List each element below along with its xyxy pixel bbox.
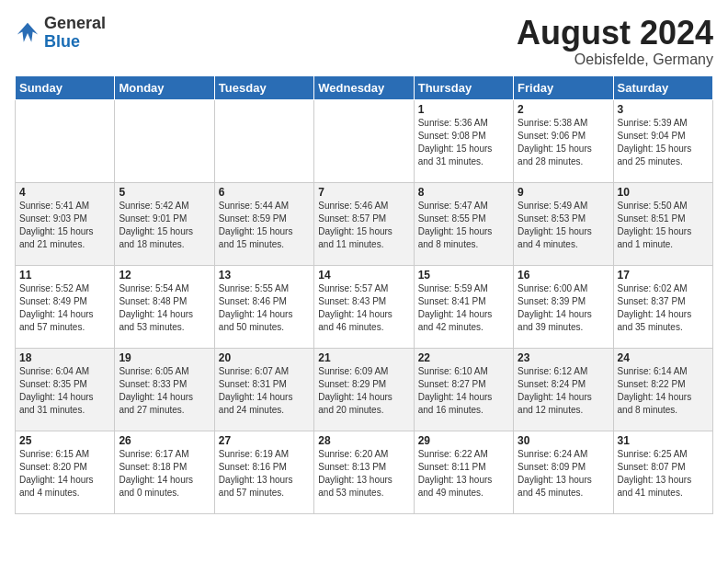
day-info: Sunrise: 5:42 AM Sunset: 9:01 PM Dayligh… xyxy=(119,200,210,251)
calendar-cell: 18Sunrise: 6:04 AM Sunset: 8:35 PM Dayli… xyxy=(16,348,115,431)
day-number: 29 xyxy=(418,434,509,447)
day-number: 5 xyxy=(119,186,210,199)
calendar-cell xyxy=(115,99,214,182)
calendar-cell: 28Sunrise: 6:20 AM Sunset: 8:13 PM Dayli… xyxy=(314,431,414,513)
day-info: Sunrise: 6:25 AM Sunset: 8:07 PM Dayligh… xyxy=(618,448,709,500)
calendar-cell: 8Sunrise: 5:47 AM Sunset: 8:55 PM Daylig… xyxy=(414,182,513,265)
calendar-cell: 13Sunrise: 5:55 AM Sunset: 8:46 PM Dayli… xyxy=(214,265,313,348)
day-info: Sunrise: 6:00 AM Sunset: 8:39 PM Dayligh… xyxy=(518,282,609,334)
calendar-cell: 7Sunrise: 5:46 AM Sunset: 8:57 PM Daylig… xyxy=(314,182,414,265)
logo-general: General xyxy=(44,15,106,33)
day-number: 16 xyxy=(518,269,609,282)
calendar-cell xyxy=(214,99,313,182)
day-info: Sunrise: 6:14 AM Sunset: 8:22 PM Dayligh… xyxy=(618,365,709,417)
page-header: General Blue August 2024 Oebisfelde, Ger… xyxy=(15,15,713,68)
calendar-cell: 26Sunrise: 6:17 AM Sunset: 8:18 PM Dayli… xyxy=(115,431,214,513)
day-number: 2 xyxy=(518,103,609,116)
day-info: Sunrise: 5:55 AM Sunset: 8:46 PM Dayligh… xyxy=(219,282,310,334)
calendar-table: SundayMondayTuesdayWednesdayThursdayFrid… xyxy=(15,75,713,514)
calendar-cell: 10Sunrise: 5:50 AM Sunset: 8:51 PM Dayli… xyxy=(613,182,712,265)
calendar-cell: 16Sunrise: 6:00 AM Sunset: 8:39 PM Dayli… xyxy=(514,265,613,348)
day-number: 10 xyxy=(618,186,709,199)
calendar-cell: 11Sunrise: 5:52 AM Sunset: 8:49 PM Dayli… xyxy=(16,265,115,348)
calendar-cell: 30Sunrise: 6:24 AM Sunset: 8:09 PM Dayli… xyxy=(514,431,613,513)
day-info: Sunrise: 5:41 AM Sunset: 9:03 PM Dayligh… xyxy=(19,200,110,251)
svg-marker-0 xyxy=(17,23,38,42)
day-number: 11 xyxy=(19,269,110,282)
calendar-cell: 24Sunrise: 6:14 AM Sunset: 8:22 PM Dayli… xyxy=(613,348,712,431)
day-info: Sunrise: 6:09 AM Sunset: 8:29 PM Dayligh… xyxy=(318,365,409,417)
calendar-cell: 4Sunrise: 5:41 AM Sunset: 9:03 PM Daylig… xyxy=(16,182,115,265)
day-number: 23 xyxy=(518,351,609,364)
day-number: 14 xyxy=(318,269,409,282)
day-info: Sunrise: 6:05 AM Sunset: 8:33 PM Dayligh… xyxy=(119,365,210,417)
day-number: 8 xyxy=(418,186,509,199)
calendar-week-row: 4Sunrise: 5:41 AM Sunset: 9:03 PM Daylig… xyxy=(16,182,713,265)
day-number: 4 xyxy=(19,186,110,199)
calendar-cell: 31Sunrise: 6:25 AM Sunset: 8:07 PM Dayli… xyxy=(613,431,712,513)
day-number: 30 xyxy=(518,434,609,447)
calendar-cell: 23Sunrise: 6:12 AM Sunset: 8:24 PM Dayli… xyxy=(514,348,613,431)
day-number: 21 xyxy=(318,351,409,364)
calendar-cell: 15Sunrise: 5:59 AM Sunset: 8:41 PM Dayli… xyxy=(414,265,513,348)
day-info: Sunrise: 5:44 AM Sunset: 8:59 PM Dayligh… xyxy=(219,200,310,251)
logo-blue: Blue xyxy=(44,33,106,52)
calendar-cell xyxy=(16,99,115,182)
day-number: 1 xyxy=(418,103,509,116)
calendar-week-row: 1Sunrise: 5:36 AM Sunset: 9:08 PM Daylig… xyxy=(16,99,713,182)
calendar-cell xyxy=(314,99,414,182)
day-info: Sunrise: 5:36 AM Sunset: 9:08 PM Dayligh… xyxy=(418,117,509,168)
weekday-header-thursday: Thursday xyxy=(414,75,513,99)
day-number: 27 xyxy=(219,434,310,447)
logo-icon xyxy=(15,20,40,46)
day-number: 18 xyxy=(19,351,110,364)
day-info: Sunrise: 5:59 AM Sunset: 8:41 PM Dayligh… xyxy=(418,282,509,334)
calendar-cell: 20Sunrise: 6:07 AM Sunset: 8:31 PM Dayli… xyxy=(214,348,313,431)
calendar-cell: 27Sunrise: 6:19 AM Sunset: 8:16 PM Dayli… xyxy=(214,431,313,513)
calendar-cell: 19Sunrise: 6:05 AM Sunset: 8:33 PM Dayli… xyxy=(115,348,214,431)
day-info: Sunrise: 5:38 AM Sunset: 9:06 PM Dayligh… xyxy=(518,117,609,168)
day-number: 22 xyxy=(418,351,509,364)
calendar-cell: 17Sunrise: 6:02 AM Sunset: 8:37 PM Dayli… xyxy=(613,265,712,348)
day-number: 24 xyxy=(618,351,709,364)
day-info: Sunrise: 6:04 AM Sunset: 8:35 PM Dayligh… xyxy=(19,365,110,417)
day-info: Sunrise: 6:17 AM Sunset: 8:18 PM Dayligh… xyxy=(119,448,210,500)
calendar-cell: 12Sunrise: 5:54 AM Sunset: 8:48 PM Dayli… xyxy=(115,265,214,348)
day-info: Sunrise: 6:12 AM Sunset: 8:24 PM Dayligh… xyxy=(518,365,609,417)
day-number: 13 xyxy=(219,269,310,282)
calendar-week-row: 11Sunrise: 5:52 AM Sunset: 8:49 PM Dayli… xyxy=(16,265,713,348)
day-info: Sunrise: 6:20 AM Sunset: 8:13 PM Dayligh… xyxy=(318,448,409,500)
day-info: Sunrise: 5:50 AM Sunset: 8:51 PM Dayligh… xyxy=(618,200,709,251)
day-info: Sunrise: 5:47 AM Sunset: 8:55 PM Dayligh… xyxy=(418,200,509,251)
logo: General Blue xyxy=(15,15,106,52)
calendar-cell: 29Sunrise: 6:22 AM Sunset: 8:11 PM Dayli… xyxy=(414,431,513,513)
weekday-header-tuesday: Tuesday xyxy=(214,75,313,99)
calendar-cell: 1Sunrise: 5:36 AM Sunset: 9:08 PM Daylig… xyxy=(414,99,513,182)
day-number: 9 xyxy=(518,186,609,199)
day-number: 20 xyxy=(219,351,310,364)
calendar-cell: 25Sunrise: 6:15 AM Sunset: 8:20 PM Dayli… xyxy=(16,431,115,513)
day-number: 31 xyxy=(618,434,709,447)
day-info: Sunrise: 6:07 AM Sunset: 8:31 PM Dayligh… xyxy=(219,365,310,417)
logo-text: General Blue xyxy=(44,15,106,52)
day-info: Sunrise: 6:15 AM Sunset: 8:20 PM Dayligh… xyxy=(19,448,110,500)
calendar-cell: 3Sunrise: 5:39 AM Sunset: 9:04 PM Daylig… xyxy=(613,99,712,182)
calendar-cell: 5Sunrise: 5:42 AM Sunset: 9:01 PM Daylig… xyxy=(115,182,214,265)
day-info: Sunrise: 6:10 AM Sunset: 8:27 PM Dayligh… xyxy=(418,365,509,417)
day-info: Sunrise: 6:19 AM Sunset: 8:16 PM Dayligh… xyxy=(219,448,310,500)
weekday-header-row: SundayMondayTuesdayWednesdayThursdayFrid… xyxy=(16,75,713,99)
weekday-header-sunday: Sunday xyxy=(16,75,115,99)
day-info: Sunrise: 5:46 AM Sunset: 8:57 PM Dayligh… xyxy=(318,200,409,251)
day-info: Sunrise: 5:49 AM Sunset: 8:53 PM Dayligh… xyxy=(518,200,609,251)
title-block: August 2024 Oebisfelde, Germany xyxy=(517,15,713,68)
calendar-cell: 21Sunrise: 6:09 AM Sunset: 8:29 PM Dayli… xyxy=(314,348,414,431)
day-info: Sunrise: 5:52 AM Sunset: 8:49 PM Dayligh… xyxy=(19,282,110,334)
weekday-header-wednesday: Wednesday xyxy=(314,75,414,99)
weekday-header-saturday: Saturday xyxy=(613,75,712,99)
day-info: Sunrise: 6:22 AM Sunset: 8:11 PM Dayligh… xyxy=(418,448,509,500)
calendar-cell: 22Sunrise: 6:10 AM Sunset: 8:27 PM Dayli… xyxy=(414,348,513,431)
day-number: 17 xyxy=(618,269,709,282)
location-subtitle: Oebisfelde, Germany xyxy=(517,52,713,68)
calendar-cell: 14Sunrise: 5:57 AM Sunset: 8:43 PM Dayli… xyxy=(314,265,414,348)
weekday-header-monday: Monday xyxy=(115,75,214,99)
